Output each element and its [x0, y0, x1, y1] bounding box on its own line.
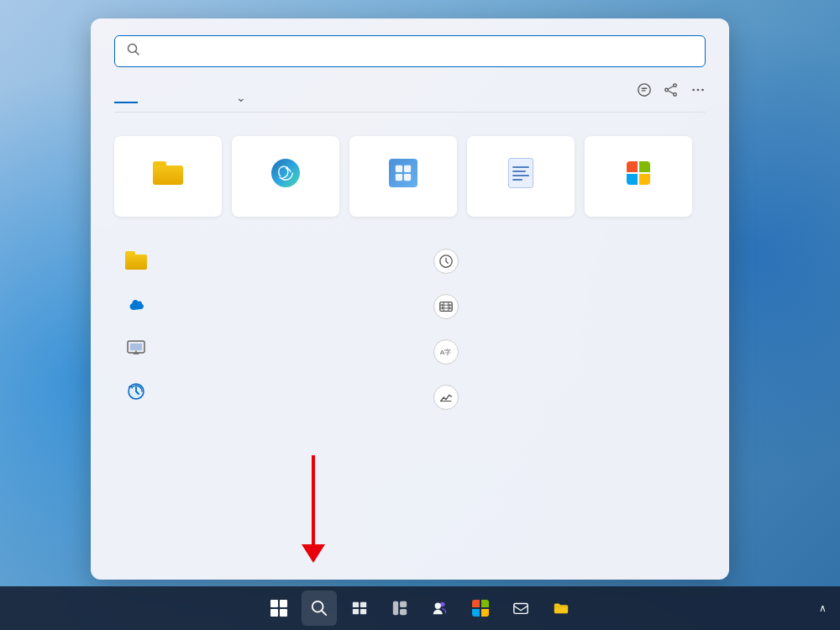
- svg-point-3: [674, 84, 677, 87]
- tab-more[interactable]: ⌄: [222, 86, 258, 109]
- svg-line-23: [322, 611, 326, 615]
- nav-tabs: ⌄: [114, 82, 706, 113]
- app-tile-control-panel[interactable]: [349, 136, 457, 217]
- svg-rect-19: [440, 302, 452, 312]
- tab-documents[interactable]: [168, 92, 192, 103]
- search-icon: [127, 43, 140, 60]
- top-apps-grid: [114, 136, 706, 217]
- translate-icon: A字: [433, 339, 459, 365]
- svg-point-10: [701, 89, 704, 92]
- folder-icon: [124, 249, 148, 272]
- search-input[interactable]: [149, 45, 693, 59]
- film-icon: [433, 294, 459, 319]
- share-button[interactable]: [664, 82, 679, 97]
- recent-item-recovery[interactable]: [114, 371, 396, 412]
- svg-rect-26: [353, 609, 359, 614]
- svg-point-9: [697, 89, 700, 92]
- store-taskbar-icon: [472, 600, 489, 617]
- svg-rect-11: [396, 165, 402, 172]
- svg-rect-30: [400, 609, 407, 615]
- tab-all[interactable]: [114, 92, 138, 103]
- restore-icon: [124, 336, 148, 360]
- nav-tabs-left: ⌄: [114, 86, 258, 102]
- main-content: A字: [114, 232, 706, 563]
- svg-text:A字: A字: [440, 349, 451, 356]
- svg-line-6: [668, 87, 673, 90]
- recent-section: [114, 232, 396, 563]
- store-taskbar-button[interactable]: [463, 591, 498, 626]
- quick-item-movies[interactable]: [423, 286, 706, 328]
- svg-line-7: [668, 91, 673, 94]
- mail-button[interactable]: [503, 591, 538, 626]
- svg-rect-14: [404, 174, 411, 181]
- svg-point-5: [674, 93, 677, 97]
- svg-rect-13: [396, 174, 402, 181]
- svg-line-1: [136, 52, 139, 55]
- explorer-taskbar-button[interactable]: [543, 591, 579, 626]
- teams-icon: [431, 599, 449, 617]
- more-options-button[interactable]: [690, 82, 706, 97]
- nav-tabs-right: [633, 82, 706, 105]
- taskbar: ∧: [0, 586, 840, 630]
- svg-rect-24: [353, 602, 359, 607]
- onedrive-icon: [124, 292, 148, 316]
- chart-icon: [433, 385, 459, 410]
- file-explorer-icon: [153, 161, 183, 185]
- search-taskbar-icon: [311, 600, 328, 617]
- taskbar-center: [261, 591, 579, 626]
- folder-taskbar-icon: [553, 600, 570, 617]
- teams-button[interactable]: [423, 591, 458, 626]
- svg-point-4: [665, 88, 669, 92]
- recent-item-onedrive[interactable]: [114, 284, 396, 324]
- quick-item-history[interactable]: [423, 240, 706, 282]
- notepad-icon: [508, 158, 533, 188]
- mail-icon: [512, 600, 529, 617]
- svg-rect-29: [400, 601, 407, 607]
- widgets-button[interactable]: [382, 591, 417, 626]
- task-view-icon: [351, 600, 368, 617]
- clock-icon: [433, 249, 459, 274]
- svg-rect-16: [130, 344, 142, 350]
- quick-item-translate[interactable]: A字: [423, 331, 706, 373]
- svg-rect-28: [393, 601, 398, 615]
- app-tile-edge[interactable]: [232, 136, 339, 217]
- control-panel-icon: [389, 159, 417, 187]
- start-button[interactable]: [261, 591, 297, 626]
- top-apps-section: [114, 128, 706, 217]
- svg-point-32: [435, 603, 441, 609]
- widgets-icon: [391, 600, 408, 617]
- ms-store-icon: [627, 161, 650, 185]
- svg-point-2: [638, 84, 650, 96]
- tab-apps[interactable]: [141, 92, 165, 103]
- tab-web[interactable]: [195, 92, 218, 103]
- task-view-button[interactable]: [342, 591, 377, 626]
- search-button[interactable]: [302, 591, 337, 626]
- chat-count[interactable]: [633, 82, 652, 97]
- svg-rect-33: [514, 604, 528, 614]
- system-tray: ∧: [819, 602, 827, 614]
- edge-icon: [271, 159, 300, 187]
- recent-item-japan[interactable]: [114, 240, 396, 281]
- recovery-icon: [124, 380, 148, 403]
- recent-item-restore[interactable]: [114, 328, 396, 368]
- app-tile-ms-store[interactable]: [585, 136, 692, 217]
- start-menu: ⌄: [91, 18, 729, 580]
- svg-point-8: [692, 89, 695, 92]
- recent-list: [114, 240, 396, 412]
- taskbar-right: ∧: [819, 602, 827, 614]
- search-bar[interactable]: [114, 35, 706, 67]
- quick-list: A字: [423, 240, 706, 418]
- svg-rect-12: [404, 165, 411, 172]
- app-tile-file-explorer[interactable]: [114, 136, 222, 217]
- windows-logo-icon: [270, 600, 287, 617]
- quick-item-markets[interactable]: [423, 376, 706, 418]
- quick-searches-section: A字: [423, 232, 706, 563]
- svg-rect-27: [360, 609, 366, 614]
- app-tile-notepad[interactable]: [467, 136, 575, 217]
- svg-rect-25: [360, 602, 366, 607]
